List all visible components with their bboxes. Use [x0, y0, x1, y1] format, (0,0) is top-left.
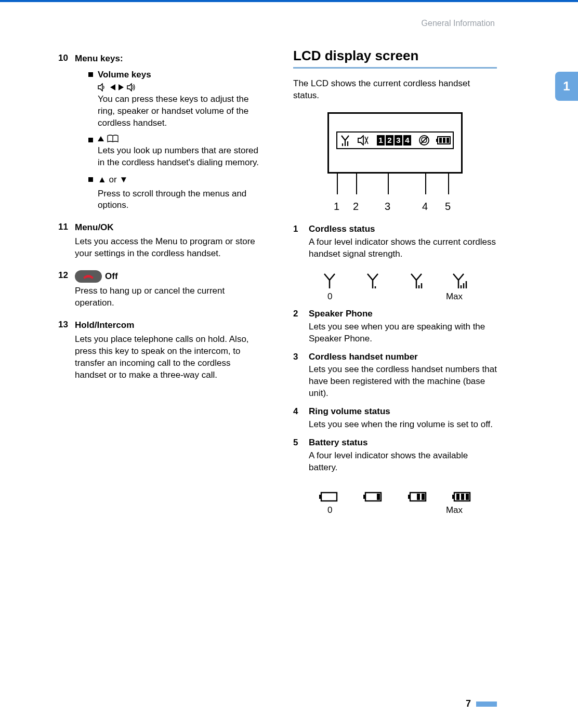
desc-text: A four level indicator shows the availab…	[309, 451, 468, 472]
intro-text: The LCD shows the current cordless hands…	[293, 78, 497, 102]
handset-num: 4	[403, 135, 411, 145]
callout-num: 2	[353, 201, 359, 213]
item-number: 11	[58, 222, 71, 265]
bullet-desc: You can press these keys to adjust the r…	[98, 94, 262, 129]
handset-num: 2	[386, 135, 393, 145]
desc-4: 4 Ring volume status Lets you see when t…	[293, 406, 497, 431]
off-button-icon	[75, 270, 102, 283]
lcd-figure: 1 2 3 4 1 2	[327, 112, 463, 211]
desc-num: 1	[293, 223, 303, 260]
item-title: Off	[105, 271, 118, 283]
item-desc: Lets you access the Menu to program or s…	[75, 236, 262, 260]
item-number: 13	[58, 320, 71, 387]
item-12: 12 Off Press to hang up or cancel the cu…	[58, 270, 262, 314]
bullet-desc: Press to scroll through the menus and op…	[98, 188, 262, 212]
ring-off-icon	[418, 135, 430, 146]
item-desc: Lets you place telephone calls on hold. …	[75, 334, 262, 381]
item-10: 10 Menu keys: Volume keys You can press …	[58, 53, 262, 217]
battery-3-icon	[452, 492, 471, 502]
svg-marker-2	[98, 136, 104, 141]
desc-text: Lets you see the cordless handset number…	[309, 364, 497, 398]
desc-heading: Battery status	[309, 437, 497, 449]
svg-marker-1	[119, 84, 124, 90]
desc-3: 3 Cordless handset number Lets you see t…	[293, 351, 497, 400]
svg-rect-10	[319, 495, 321, 499]
battery-2-icon	[408, 492, 427, 502]
battery-0-icon	[319, 492, 338, 502]
desc-num: 3	[293, 351, 303, 400]
bullet-lookup: Lets you look up numbers that are stored…	[88, 135, 262, 169]
header-section-label: General Information	[422, 19, 495, 28]
arrow-up-icon	[98, 136, 104, 141]
item-number: 12	[58, 270, 71, 314]
svg-rect-5	[436, 139, 438, 142]
bullet-title: Volume keys	[98, 70, 151, 80]
item-title: Menu/OK	[75, 222, 114, 232]
battery-min-label: 0	[327, 505, 332, 515]
desc-heading: Cordless status	[309, 223, 497, 235]
top-rule	[0, 0, 578, 2]
svg-rect-13	[377, 494, 380, 500]
svg-marker-0	[110, 84, 115, 90]
desc-heading: Speaker Phone	[309, 308, 497, 320]
callout-num: 5	[445, 201, 451, 213]
item-title: Hold/Intercom	[75, 320, 134, 330]
desc-text: Lets you see when the ring volume is set…	[309, 419, 493, 429]
item-11: 11 Menu/OK Lets you access the Menu to p…	[58, 222, 262, 265]
signal-icon	[339, 135, 351, 146]
svg-rect-16	[417, 494, 420, 500]
footer-bar	[476, 701, 497, 707]
bullet-volume-keys: Volume keys You can press these keys to …	[88, 69, 262, 129]
callout-num: 4	[422, 201, 428, 213]
signal-2-icon	[409, 273, 424, 288]
svg-rect-22	[466, 494, 469, 500]
svg-rect-20	[456, 494, 459, 500]
speaker-high-icon	[127, 83, 137, 91]
callout-num: 1	[334, 201, 339, 213]
svg-rect-19	[452, 495, 454, 499]
signal-0-icon	[322, 273, 337, 288]
svg-rect-6	[439, 138, 442, 143]
svg-rect-8	[446, 138, 449, 143]
desc-heading: Cordless handset number	[309, 351, 497, 363]
signal-1-icon	[365, 273, 380, 288]
book-icon	[107, 135, 119, 143]
bullet-title: ▲ or ▼	[98, 175, 128, 184]
desc-text: A four level indicator shows the current…	[309, 237, 496, 259]
svg-rect-17	[422, 494, 425, 500]
bullet-desc: Lets you look up numbers that are stored…	[98, 145, 262, 169]
signal-min-label: 0	[327, 292, 332, 302]
battery-max-label: Max	[446, 505, 463, 515]
speaker-low-icon	[98, 83, 107, 91]
handset-num: 3	[395, 135, 402, 145]
battery-icon	[436, 136, 451, 144]
desc-num: 5	[293, 437, 303, 474]
svg-rect-12	[363, 495, 365, 499]
desc-heading: Ring volume status	[309, 406, 493, 418]
desc-num: 2	[293, 308, 303, 345]
desc-2: 2 Speaker Phone Lets you see when you ar…	[293, 308, 497, 345]
item-number: 10	[58, 53, 71, 217]
callout-num: 3	[385, 201, 390, 213]
svg-rect-9	[321, 493, 337, 501]
arrow-right-icon	[119, 84, 124, 90]
page-content: 10 Menu keys: Volume keys You can press …	[58, 48, 497, 515]
desc-1: 1 Cordless status A four level indicator…	[293, 223, 497, 260]
battery-1-icon	[363, 492, 382, 502]
hangup-icon	[82, 273, 95, 280]
speaker-phone-icon	[358, 135, 370, 145]
left-column: 10 Menu keys: Volume keys You can press …	[58, 48, 267, 515]
signal-levels	[293, 270, 497, 288]
svg-rect-15	[408, 495, 410, 499]
svg-rect-21	[461, 494, 464, 500]
desc-5: 5 Battery status A four level indicator …	[293, 437, 497, 474]
svg-rect-7	[443, 138, 445, 143]
bullet-scroll: ▲ or ▼ Press to scroll through the menus…	[88, 174, 262, 212]
chapter-tab: 1	[555, 72, 578, 101]
item-title: Menu keys:	[75, 54, 123, 63]
handset-num: 1	[377, 135, 385, 145]
section-title: LCD display screen	[293, 48, 497, 69]
signal-3-icon	[452, 273, 468, 288]
volume-keys-icons	[98, 83, 262, 91]
arrow-left-icon	[110, 84, 115, 90]
